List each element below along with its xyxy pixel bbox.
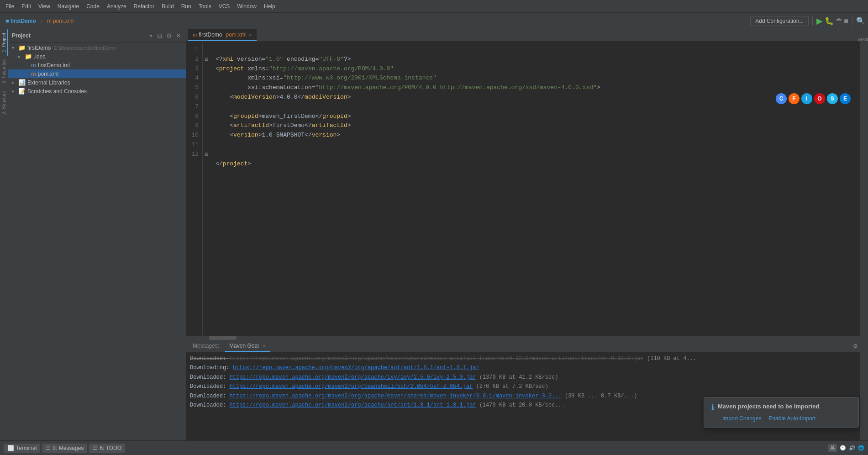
toolbar-separator	[812, 16, 813, 26]
menu-analyze[interactable]: Analyze	[103, 2, 130, 11]
fold-gutter: ⊟ ⊟	[203, 42, 210, 335]
fold-btn-5	[203, 83, 210, 93]
fold-btn-12[interactable]: ⊟	[203, 150, 210, 159]
menu-tools[interactable]: Tools	[195, 2, 215, 11]
taskbar-messages[interactable]: ☰ 0: Messages	[42, 444, 87, 453]
maven-goal-tab-close[interactable]: ✕	[262, 344, 266, 349]
menu-refactor[interactable]: Refactor	[130, 2, 158, 11]
menu-edit[interactable]: Edit	[18, 2, 35, 11]
menu-help[interactable]: Help	[260, 2, 279, 11]
tree-item-root[interactable]: ▾ 📁 firstDemo E:\Idea\classcode\firstDem…	[8, 43, 186, 52]
scratches-icon: 📝	[18, 88, 26, 95]
tree-item-pomxml[interactable]: m pom.xml	[8, 69, 186, 78]
project-panel-settings-icon[interactable]: ⚙	[165, 31, 173, 40]
taskbar-todo[interactable]: ☰ 6: TODO	[89, 444, 125, 453]
editor-tabs: m firstDemo pom.xml ✕	[186, 29, 860, 42]
fold-btn-2[interactable]: ⊟	[203, 55, 210, 64]
log-prefix-1: Downloading:	[190, 365, 233, 371]
editor-tab-pom[interactable]: m firstDemo pom.xml ✕	[188, 29, 257, 41]
edge-icon[interactable]: E	[840, 93, 851, 104]
fold-btn-10	[203, 131, 210, 140]
menu-navigate[interactable]: Navigate	[54, 2, 83, 11]
tray-sound[interactable]: 🔊	[849, 445, 855, 451]
toolbar-separator2	[852, 16, 852, 26]
idea-folder-icon: 📁	[25, 53, 32, 60]
project-panel-close-icon[interactable]: ✕	[175, 31, 182, 40]
menu-window[interactable]: Window	[233, 2, 260, 11]
coverage-button[interactable]: ☂	[836, 16, 842, 25]
sidebar-tab-structure[interactable]: 2: Structure	[0, 87, 8, 118]
ie-icon[interactable]: I	[801, 93, 812, 104]
stop-button[interactable]: ■	[844, 17, 848, 25]
messages-icon: ☰	[46, 445, 51, 451]
log-url-0[interactable]: https://repo.maven.apache.org/maven2/org…	[229, 355, 643, 362]
add-configuration-button[interactable]: Add Configuration...	[750, 16, 809, 26]
sidebar-tab-favorites[interactable]: 2: Favorites	[0, 56, 8, 87]
bottom-panel-tabs: Messages: Maven Goal ✕ ⚙	[186, 341, 860, 352]
opera-icon[interactable]: O	[814, 93, 825, 104]
firefox-icon[interactable]: F	[789, 93, 800, 104]
tree-item-iml[interactable]: m firstDemo.iml	[8, 61, 186, 69]
toolbar-breadcrumb-sep: ›	[41, 18, 42, 24]
tree-label-iml: firstDemo.iml	[38, 62, 70, 69]
code-content[interactable]: <?xml version="1.0" encoding="UTF-8"?> <…	[210, 42, 860, 335]
line-num-12: 12	[188, 150, 199, 159]
log-line-3: Downloaded: https://repo.maven.apache.or…	[190, 382, 856, 391]
debug-button[interactable]: 🐛	[825, 16, 834, 25]
fold-btn-9	[203, 121, 210, 131]
menu-build[interactable]: Build	[158, 2, 178, 11]
tree-item-ext-libs[interactable]: ▸ 📊 External Libraries	[8, 78, 186, 87]
log-url-1[interactable]: https://repo.maven.apache.org/maven2/org…	[233, 365, 479, 371]
toolbar-file-name[interactable]: m pom.xml	[44, 16, 76, 26]
notification-header: ℹ Maven projects need to be imported	[711, 403, 851, 412]
log-url-2[interactable]: https://repo.maven.apache.org/maven2/org…	[229, 374, 476, 381]
chrome-icon[interactable]: C	[776, 93, 787, 104]
log-prefix-2: Downloaded:	[190, 374, 229, 381]
sidebar-tab-project[interactable]: 1: Project	[0, 29, 8, 56]
menu-vcs[interactable]: VCS	[215, 2, 234, 11]
horizontal-scrollbar[interactable]	[186, 335, 860, 340]
line-num-3: 3	[188, 64, 199, 74]
tree-label-pom: pom.xml	[38, 71, 58, 77]
bottom-tab-maven-goal[interactable]: Maven Goal ✕	[225, 341, 270, 352]
run-button[interactable]: ▶	[816, 16, 823, 26]
menu-file[interactable]: File	[2, 2, 18, 11]
project-panel-collapse-icon[interactable]: ⊟	[156, 31, 163, 40]
tree-arrow-ext: ▸	[12, 80, 18, 85]
import-changes-button[interactable]: Import Changes	[722, 415, 761, 422]
code-editor: 1 2 3 4 5 6 7 8 9 10 11 12 ⊟	[186, 42, 860, 335]
notification-title: Maven projects need to be imported	[718, 403, 820, 410]
xml-file-icon-tree: m	[31, 70, 36, 77]
toolbar-project-name[interactable]: ■ firstDemo	[3, 16, 39, 26]
log-url-3[interactable]: https://repo.maven.apache.org/maven2/org…	[229, 383, 473, 390]
tree-item-scratches[interactable]: ▸ 📝 Scratches and Consoles	[8, 87, 186, 95]
log-url-5[interactable]: https://repo.maven.apache.org/maven2/org…	[229, 402, 476, 408]
browser-icons-overlay: C F I O S E	[776, 93, 851, 104]
log-url-4[interactable]: https://repo.maven.apache.org/maven2/org…	[229, 393, 561, 399]
right-tab-maven[interactable]: Maven	[854, 35, 868, 43]
enable-auto-import-button[interactable]: Enable Auto-Import	[768, 415, 815, 422]
main-area: 1: Project 2: Favorites 2: Structure Pro…	[0, 29, 868, 440]
tree-label-ext-libs: External Libraries	[27, 79, 70, 86]
search-everywhere-button[interactable]: 🔍	[856, 16, 865, 25]
menu-code[interactable]: Code	[83, 2, 103, 11]
safari-icon[interactable]: S	[827, 93, 838, 104]
log-prefix-4: Downloaded:	[190, 393, 229, 399]
line-num-1: 1	[188, 45, 199, 55]
tray-lang[interactable]: 英	[828, 444, 837, 452]
tree-item-idea[interactable]: ▸ 📁 .idea	[8, 52, 186, 61]
menu-view[interactable]: View	[35, 2, 54, 11]
line-num-5: 5	[188, 83, 199, 93]
tray-network[interactable]: 🌐	[858, 445, 864, 451]
bottom-panel-settings[interactable]: ⚙	[853, 343, 858, 349]
iml-file-icon: m	[31, 62, 36, 69]
menu-run[interactable]: Run	[178, 2, 195, 11]
fold-btn-6	[203, 93, 210, 102]
fold-btn-1	[203, 45, 210, 55]
left-side-tabs: 1: Project 2: Favorites 2: Structure	[0, 29, 8, 440]
taskbar-terminal[interactable]: ⬜ Terminal	[4, 444, 40, 453]
folder-icon-root: 📁	[18, 44, 26, 51]
log-suffix-5: (1479 KB at 20.0 KB/sec...	[479, 402, 565, 408]
line-num-11: 11	[188, 140, 199, 150]
tab-close-button[interactable]: ✕	[248, 32, 252, 37]
